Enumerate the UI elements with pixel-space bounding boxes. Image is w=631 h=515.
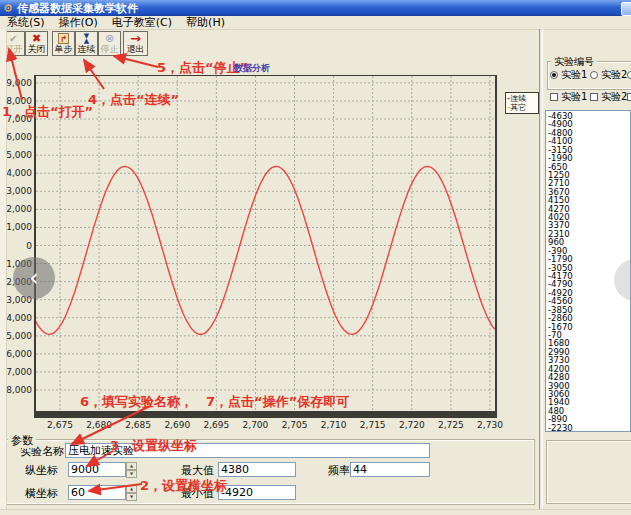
x-tick-label: 2,675 bbox=[43, 420, 77, 430]
toolbar-button-label: 退出 bbox=[127, 45, 145, 54]
menu-item-0[interactable]: 系统(S) bbox=[0, 16, 52, 29]
x-coordinate-spinner[interactable]: ▲▼ bbox=[126, 485, 137, 500]
hourglass-icon: ▼▲ bbox=[84, 33, 89, 44]
chart-legend: -连续-其它 bbox=[505, 92, 539, 114]
window-left-edge bbox=[0, 29, 7, 515]
close-x-icon: ✖ bbox=[32, 33, 41, 44]
params-group-label: 参数 bbox=[8, 433, 36, 448]
frequency-label: 频率 bbox=[328, 465, 350, 477]
menu-item-2[interactable]: 电子教室(C) bbox=[105, 16, 179, 29]
toolbar-button-单步[interactable]: ↱单步 bbox=[52, 31, 75, 56]
exit-arrow-icon: → bbox=[130, 33, 141, 44]
annotation-step1: 1，点击“打开” bbox=[2, 103, 93, 121]
toolbar-button-连续[interactable]: ▼▲连续 bbox=[75, 31, 98, 56]
x-tick-label: 2,720 bbox=[395, 420, 429, 430]
experiment-radio-label: 实验1 bbox=[561, 70, 587, 80]
app-window: ⚙ 传感器数据采集教学软件 系统(S)操作(O)电子教室(C)帮助(H) ✔打开… bbox=[0, 0, 631, 515]
x-tick-label: 2,700 bbox=[238, 420, 272, 430]
toolbar-button-label: 关闭 bbox=[28, 45, 46, 54]
spin-down-icon[interactable]: ▼ bbox=[126, 470, 137, 478]
toolbar: ✔打开✖关闭↱单步▼▲连续⊗停止→退出 bbox=[0, 29, 631, 58]
experiment-radio-label: 实验2 bbox=[601, 70, 627, 80]
toolbar-button-label: 连续 bbox=[78, 45, 96, 54]
experiment-checkbox-label: 实验1 bbox=[561, 92, 587, 102]
max-value-label: 最大值 bbox=[181, 465, 214, 477]
stop-icon: ⊗ bbox=[105, 33, 114, 44]
experiment-radio-3[interactable] bbox=[627, 71, 631, 79]
annotation-step2: 2，设置横坐标 bbox=[140, 477, 227, 495]
experiment-checkbox-2[interactable] bbox=[590, 93, 598, 101]
open-check-icon: ✔ bbox=[9, 33, 17, 44]
x-tick-label: 2,690 bbox=[160, 420, 194, 430]
legend-item-1: -其它 bbox=[506, 103, 538, 112]
toolbar-button-label: 打开 bbox=[5, 45, 23, 54]
spin-up-icon[interactable]: ▲ bbox=[126, 462, 137, 470]
max-value-input[interactable] bbox=[218, 462, 296, 477]
annotation-data-analysis: 数据分析 bbox=[234, 62, 270, 75]
window-title: 传感器数据采集教学软件 bbox=[17, 1, 138, 16]
legend-item-0: -连续 bbox=[506, 94, 538, 103]
minimize-button[interactable] bbox=[621, 2, 631, 16]
menu-bar: 系统(S)操作(O)电子教室(C)帮助(H) bbox=[0, 16, 631, 30]
experiment-radio-2[interactable] bbox=[590, 71, 598, 79]
single-step-icon: ↱ bbox=[58, 33, 70, 44]
min-value-input[interactable] bbox=[218, 485, 296, 500]
x-tick-label: 2,685 bbox=[121, 420, 155, 430]
x-tick-label: 2,725 bbox=[434, 420, 468, 430]
experiment-checkbox-label: 实验2 bbox=[601, 92, 627, 102]
y-coordinate-label: 纵坐标 bbox=[25, 465, 58, 477]
toolbar-button-label: 停止 bbox=[101, 45, 119, 54]
toolbar-button-关闭[interactable]: ✖关闭 bbox=[25, 31, 48, 56]
chart-canvas bbox=[36, 76, 495, 411]
chart-plot-area bbox=[34, 75, 497, 418]
toolbar-button-label: 单步 bbox=[55, 45, 73, 54]
x-tick-label: 2,730 bbox=[473, 420, 507, 430]
experiment-checkbox-3[interactable] bbox=[627, 93, 631, 101]
x-tick-label: 2,695 bbox=[199, 420, 233, 430]
chevron-left-icon: ‹ bbox=[29, 266, 39, 290]
frequency-input[interactable] bbox=[350, 462, 430, 477]
prev-overlay-arrow[interactable]: ‹ bbox=[13, 257, 55, 299]
annotation-step6-7: 6，填写实验名称， 7，点击“操作”保存即可 bbox=[80, 393, 349, 411]
experiment-radio-1[interactable] bbox=[550, 71, 558, 79]
x-tick-label: 2,710 bbox=[317, 420, 351, 430]
experiment-number-group-label: 实验编号 bbox=[551, 55, 597, 69]
right-bottom-groupbox bbox=[546, 440, 631, 504]
x-tick-label: 2,680 bbox=[82, 420, 116, 430]
window-bottom-edge bbox=[0, 509, 631, 515]
toolbar-button-停止[interactable]: ⊗停止 bbox=[98, 31, 121, 56]
spin-down-icon[interactable]: ▼ bbox=[126, 493, 137, 501]
y-coordinate-spinner[interactable]: ▲▼ bbox=[126, 462, 137, 477]
menu-item-1[interactable]: 操作(O) bbox=[52, 16, 105, 29]
title-bar: ⚙ 传感器数据采集教学软件 bbox=[0, 0, 631, 16]
panel-splitter[interactable] bbox=[539, 29, 543, 511]
x-tick-label: 2,715 bbox=[356, 420, 390, 430]
spin-up-icon[interactable]: ▲ bbox=[126, 485, 137, 493]
list-item[interactable]: -2230 bbox=[546, 424, 630, 432]
annotation-step3: 3，设置纵坐标 bbox=[110, 437, 197, 455]
app-gear-icon: ⚙ bbox=[3, 2, 13, 15]
legend-label: 其它 bbox=[510, 103, 526, 112]
x-coordinate-label: 横坐标 bbox=[25, 488, 58, 500]
x-coordinate-input[interactable] bbox=[68, 485, 126, 500]
x-tick-label: 2,705 bbox=[278, 420, 312, 430]
menu-item-3[interactable]: 帮助(H) bbox=[179, 16, 232, 29]
legend-label: 连续 bbox=[510, 94, 526, 103]
annotation-step4: 4，点击“连续” bbox=[88, 91, 179, 109]
experiment-checkbox-1[interactable] bbox=[550, 93, 558, 101]
y-coordinate-input[interactable] bbox=[68, 462, 126, 477]
toolbar-button-退出[interactable]: →退出 bbox=[123, 31, 148, 56]
